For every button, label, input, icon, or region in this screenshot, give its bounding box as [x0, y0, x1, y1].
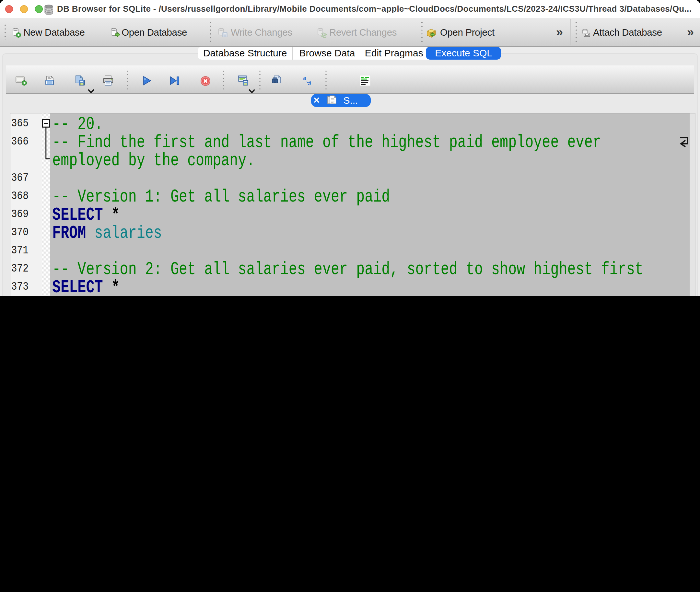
- svg-text:a: a: [303, 76, 306, 82]
